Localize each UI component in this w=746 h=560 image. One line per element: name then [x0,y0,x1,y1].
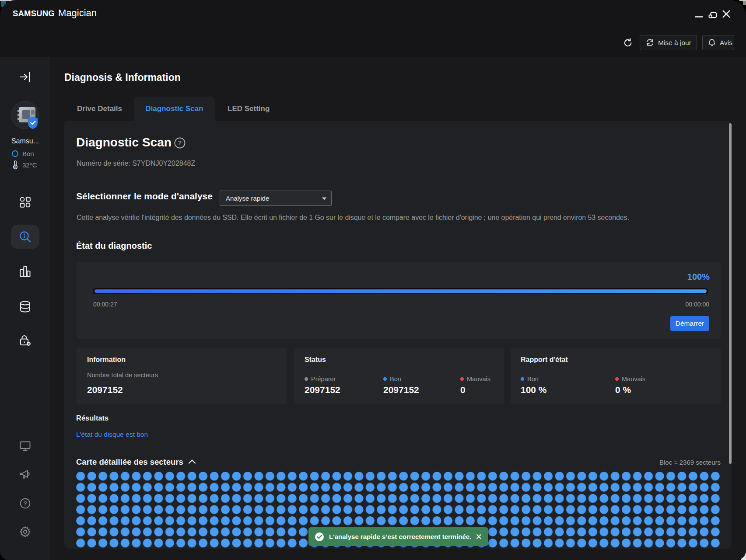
svg-text:?: ? [178,139,182,146]
svg-text:?: ? [23,500,27,507]
